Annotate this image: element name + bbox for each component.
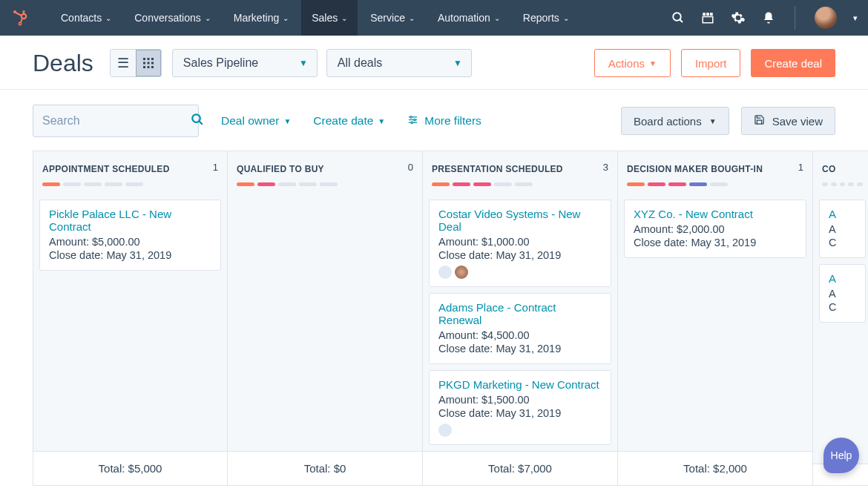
nav-item-service[interactable]: Service⌄ <box>360 0 425 36</box>
svg-rect-16 <box>143 62 145 65</box>
svg-rect-14 <box>147 58 149 60</box>
column-cards: AA C AA C <box>813 194 868 464</box>
create-date-filter[interactable]: Create date ▼ <box>313 114 385 128</box>
deals-filter-value: All deals <box>338 56 382 70</box>
deal-title: A <box>829 208 856 220</box>
settings-icon[interactable] <box>731 10 746 25</box>
deal-title: XYZ Co. - New Contract <box>634 208 797 220</box>
progress-pill <box>627 182 645 186</box>
nav-item-reports[interactable]: Reports⌄ <box>513 0 579 36</box>
list-view-button[interactable]: ☰ <box>111 50 136 76</box>
progress-pill <box>648 182 665 186</box>
nav-item-label: Conversations <box>134 12 201 24</box>
nav-item-label: Sales <box>312 12 338 24</box>
column-total: Total: $5,000 <box>33 451 227 485</box>
nav-item-marketing[interactable]: Marketing⌄ <box>223 0 299 36</box>
chevron-down-icon: ⌄ <box>341 14 347 22</box>
progress-pill <box>320 182 338 186</box>
filter-row: Deal owner ▼ Create date ▼ More filters … <box>0 90 868 151</box>
deal-owner-label: Deal owner <box>221 114 279 128</box>
deal-card[interactable]: Costar Video Systems - New DealAmount: $… <box>429 200 611 287</box>
svg-rect-20 <box>147 66 149 68</box>
avatar-icon <box>438 266 452 279</box>
deal-card[interactable]: AA C <box>819 264 866 323</box>
progress-pills <box>237 182 413 186</box>
progress-pill <box>831 182 837 186</box>
chevron-down-icon: ⌄ <box>105 14 111 22</box>
svg-rect-17 <box>147 62 149 65</box>
deal-card[interactable]: Adams Place - Contract RenewalAmount: $4… <box>429 293 611 364</box>
search-box[interactable] <box>33 105 199 137</box>
import-button[interactable]: Import <box>681 49 741 77</box>
search-icon[interactable] <box>671 11 685 24</box>
deal-amount: Amount: $4,500.00 <box>438 329 602 341</box>
column-cards: Costar Video Systems - New DealAmount: $… <box>423 194 617 451</box>
deal-close-date: Close date: May 31, 2019 <box>438 407 602 419</box>
svg-point-29 <box>411 122 413 124</box>
deal-amount: Amount: $1,000.00 <box>438 236 602 248</box>
svg-rect-15 <box>151 58 154 60</box>
search-icon[interactable] <box>191 113 204 130</box>
svg-rect-9 <box>703 13 706 16</box>
board-view-button[interactable] <box>136 50 161 76</box>
deal-card[interactable]: Pickle Palace LLC - New ContractAmount: … <box>39 200 221 271</box>
column-title: PRESENTATION SCHEDULED <box>432 164 563 174</box>
column-cards <box>228 194 422 451</box>
svg-rect-13 <box>143 58 145 60</box>
actions-button[interactable]: Actions ▼ <box>594 49 671 77</box>
pipeline-selector[interactable]: Sales Pipeline ▼ <box>172 49 318 77</box>
progress-pill <box>257 182 275 186</box>
svg-point-7 <box>673 13 681 21</box>
board-actions-button[interactable]: Board actions ▼ <box>621 107 729 135</box>
save-view-button[interactable]: Save view <box>741 107 835 135</box>
column-cards: Pickle Palace LLC - New ContractAmount: … <box>33 194 227 451</box>
chevron-down-icon: ⌄ <box>563 14 569 22</box>
nav-item-conversations[interactable]: Conversations⌄ <box>124 0 221 36</box>
progress-pill <box>473 182 491 186</box>
progress-pill <box>105 182 122 186</box>
board-column: DECISION MAKER BOUGHT-IN1XYZ Co. - New C… <box>618 151 813 486</box>
create-deal-button[interactable]: Create deal <box>751 49 835 77</box>
search-input[interactable] <box>42 114 191 128</box>
chevron-down-icon: ▼ <box>649 59 657 67</box>
import-button-label: Import <box>695 57 727 70</box>
progress-pill <box>237 182 254 186</box>
deal-title: Adams Place - Contract Renewal <box>438 301 602 326</box>
progress-pill <box>84 182 102 186</box>
notifications-icon[interactable] <box>762 11 775 24</box>
svg-rect-10 <box>706 13 709 16</box>
svg-point-22 <box>192 114 200 122</box>
svg-rect-19 <box>143 66 145 68</box>
card-avatars <box>438 266 602 279</box>
deal-card[interactable]: AA C <box>819 200 866 258</box>
hubspot-logo-icon[interactable] <box>10 8 30 27</box>
chevron-down-icon: ⌄ <box>283 14 289 22</box>
more-filters-button[interactable]: More filters <box>407 114 481 128</box>
marketplace-icon[interactable] <box>701 11 714 24</box>
svg-line-23 <box>199 121 203 125</box>
nav-item-contacts[interactable]: Contacts⌄ <box>50 0 122 36</box>
top-nav: Contacts⌄Conversations⌄Marketing⌄Sales⌄S… <box>0 0 868 36</box>
help-button[interactable]: Help <box>823 438 859 473</box>
deal-title: Pickle Palace LLC - New Contract <box>49 208 211 233</box>
svg-point-28 <box>414 119 416 121</box>
column-count: 0 <box>408 162 413 173</box>
progress-pill <box>432 182 450 186</box>
nav-item-label: Automation <box>438 12 490 24</box>
svg-rect-11 <box>710 13 713 16</box>
deal-owner-filter[interactable]: Deal owner ▼ <box>221 114 291 128</box>
nav-item-automation[interactable]: Automation⌄ <box>427 0 510 36</box>
avatar-icon <box>455 266 468 279</box>
chevron-down-icon[interactable]: ▾ <box>853 13 858 23</box>
chevron-down-icon: ▼ <box>283 117 291 125</box>
user-avatar[interactable] <box>815 7 837 29</box>
deals-filter-selector[interactable]: All deals ▼ <box>326 49 472 77</box>
nav-item-sales[interactable]: Sales⌄ <box>301 0 358 36</box>
deal-card[interactable]: XYZ Co. - New ContractAmount: $2,000.00C… <box>624 200 806 258</box>
column-header: APPOINTMENT SCHEDULED1 <box>33 151 227 194</box>
progress-pill <box>42 182 60 186</box>
nav-items: Contacts⌄Conversations⌄Marketing⌄Sales⌄S… <box>50 0 579 36</box>
board-actions-label: Board actions <box>634 115 702 128</box>
deal-card[interactable]: PKGD Marketing - New ContractAmount: $1,… <box>429 370 611 445</box>
svg-point-1 <box>22 10 24 13</box>
